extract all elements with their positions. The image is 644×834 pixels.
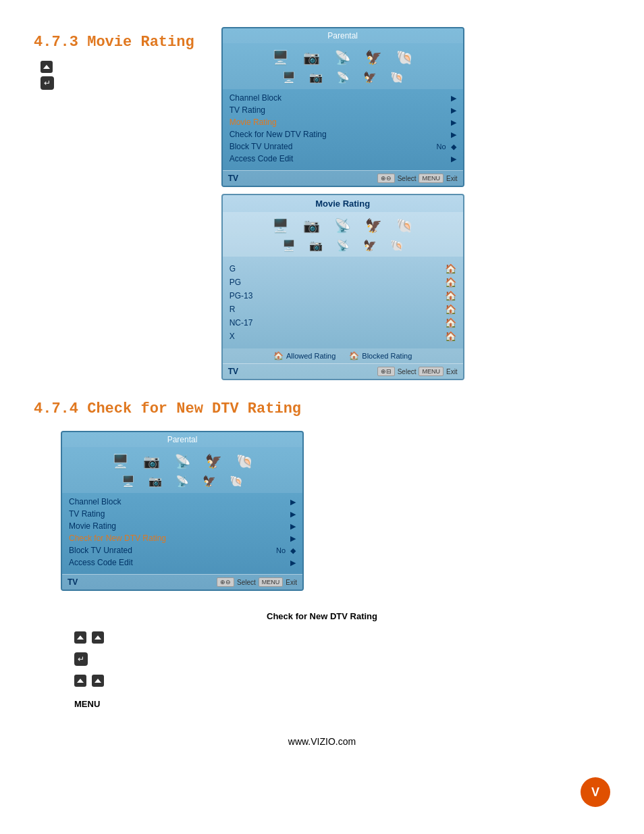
movie-ctrl-badge: ⊕⊟: [377, 367, 395, 376]
parental-panel-1: Parental 🖥️ 📷 📡 🦅 🐚 🖥️ 📷 📡 🦅: [221, 27, 464, 187]
panel1-footer: TV ⊕⊖ Select MENU Exit: [223, 170, 463, 186]
panel3-footer: TV ⊕⊖ Select MENU Exit: [62, 574, 302, 590]
check-dtv-label: Check for New DTV Rating: [34, 611, 610, 621]
rating-r-icon: 🏠: [446, 304, 456, 315]
panel1-menu: Channel Block ▶ TV Rating ▶ Movie Rating…: [223, 89, 463, 170]
movie-icon-sub-5: 🐚: [386, 237, 408, 253]
menu-item-value: No: [437, 142, 446, 151]
menu-item-label: Check for New DTV Rating: [230, 130, 327, 139]
menu-item-diamond: ◆: [451, 142, 456, 151]
icon-computer: 🖥️: [268, 47, 294, 68]
p3-menu-arrow: ▶: [290, 510, 296, 519]
movie-ratings-list: G 🏠 PG 🏠 PG-13 🏠 R 🏠: [223, 257, 463, 348]
icon-camera: 📷: [299, 47, 325, 68]
p3-icon-computer: 🖥️: [107, 451, 133, 471]
rating-x[interactable]: X 🏠: [230, 330, 456, 343]
menu-item-arrow: ▶: [451, 94, 456, 103]
p3-icon-sub-4: 🦅: [198, 473, 220, 489]
section-heading-check-dtv: 4.7.4 Check for New DTV Rating: [34, 400, 610, 417]
nav4-row1: [74, 631, 104, 644]
rating-pg-label: PG: [230, 278, 241, 287]
rating-x-icon: 🏠: [446, 331, 456, 342]
p3-menu-label: Access Code Edit: [69, 558, 133, 567]
menu-item-arrow: ▶: [451, 106, 456, 115]
p3-icon-sub-3: 📡: [171, 473, 193, 489]
icon-sub-5: 🐚: [386, 69, 408, 85]
menu-label: MENU: [74, 699, 100, 709]
menu-item-arrow: ▶: [451, 155, 456, 163]
rating-nc17[interactable]: NC-17 🏠: [230, 316, 456, 330]
p3-footer-controls: ⊕⊖ Select MENU Exit: [217, 577, 297, 587]
section-check-dtv: 4.7.4 Check for New DTV Rating: [34, 400, 610, 417]
legend-allowed: 🏠 Allowed Rating: [273, 351, 336, 361]
rating-g[interactable]: G 🏠: [230, 262, 456, 276]
p3-menu-value: No: [276, 546, 286, 554]
legend-blocked: 🏠 Blocked Rating: [349, 351, 412, 361]
panel3-container: Parental 🖥️ 📷 📡 🦅 🐚 🖥️ 📷 📡 🦅: [61, 431, 304, 591]
section-movie-rating: 4.7.3 Movie Rating Parental 🖥️ 📷 📡: [34, 27, 610, 380]
icon-sub-1: 🖥️: [278, 69, 300, 85]
rating-pg13-label: PG-13: [230, 291, 253, 301]
section4-nav: MENU: [34, 631, 610, 709]
p3-menu-label: Channel Block: [69, 497, 121, 506]
p3-icon-sub-5: 🐚: [225, 473, 247, 489]
menu-item-movie-rating[interactable]: Movie Rating ▶: [230, 116, 456, 128]
p3-menu-block-tv[interactable]: Block TV Unrated No ◆: [69, 544, 296, 556]
p3-menu-arrow: ▶: [290, 522, 296, 531]
menu-item-arrow: ▶: [451, 118, 456, 127]
movie-icon-bird: 🦅: [361, 215, 387, 236]
p3-icon-sub-1: 🖥️: [117, 473, 139, 489]
p3-icon-sub-2: 📷: [144, 473, 166, 489]
menu-item-access-code[interactable]: Access Code Edit ▶: [230, 153, 456, 165]
rating-pg13-icon: 🏠: [446, 290, 456, 301]
icon-satellite: 📡: [330, 47, 356, 68]
menu-item-label: Access Code Edit: [230, 154, 294, 163]
movie-footer-controls: ⊕⊟ Select MENU Exit: [377, 367, 458, 376]
legend-allowed-label: Allowed Rating: [286, 352, 336, 360]
movie-panel-icons: 🖥️ 📷 📡 🦅 🐚 🖥️ 📷 📡 🦅 🐚: [223, 212, 463, 257]
footer-area: www.VIZIO.com: [34, 736, 610, 747]
p3-menu-check-dtv[interactable]: Check for New DTV Rating ▶: [69, 532, 296, 544]
menu-item-label: Channel Block: [230, 93, 281, 103]
rating-r[interactable]: R 🏠: [230, 303, 456, 316]
vizio-logo: V: [581, 777, 610, 807]
p3-menu-arrow: ▶: [290, 558, 296, 567]
nav4-row2: [74, 652, 88, 666]
movie-icon-shell: 🐚: [392, 215, 418, 236]
movie-ctrl-select: Select: [398, 368, 417, 375]
rating-pg[interactable]: PG 🏠: [230, 276, 456, 289]
nav4-enter-icon: [74, 652, 88, 666]
rating-pg13[interactable]: PG-13 🏠: [230, 289, 456, 303]
section-left-movie: 4.7.3 Movie Rating: [34, 27, 194, 380]
section-panel3: Parental 🖥️ 📷 📡 🦅 🐚 🖥️ 📷 📡 🦅: [34, 431, 610, 591]
p3-menu-label: TV Rating: [69, 509, 105, 519]
panel3-icons-row-top: 🖥️ 📷 📡 🦅 🐚: [107, 451, 257, 471]
p3-menu-movie-rating[interactable]: Movie Rating ▶: [69, 520, 296, 532]
movie-icons-row-bottom: 🖥️ 📷 📡 🦅 🐚: [278, 237, 408, 253]
menu-item-block-tv[interactable]: Block TV Unrated No ◆: [230, 140, 456, 153]
menu-item-tv-rating[interactable]: TV Rating ▶: [230, 104, 456, 116]
movie-icon-computer: 🖥️: [268, 215, 294, 236]
nav4-down-icon-2: [92, 675, 104, 687]
rating-g-label: G: [230, 264, 236, 273]
icon-bird: 🦅: [361, 47, 387, 68]
menu-item-check-dtv[interactable]: Check for New DTV Rating ▶: [230, 128, 456, 140]
p3-menu-channel-block[interactable]: Channel Block ▶: [69, 496, 296, 508]
icons-row-top-1: 🖥️ 📷 📡 🦅 🐚: [268, 47, 418, 68]
icon-sub-2: 📷: [305, 69, 327, 85]
p3-menu-access-code[interactable]: Access Code Edit ▶: [69, 556, 296, 569]
rating-pg-icon: 🏠: [446, 277, 456, 288]
p3-menu-label: Check for New DTV Rating: [69, 533, 166, 543]
movie-panel-footer: TV ⊕⊟ Select MENU Exit: [223, 363, 463, 379]
p3-icon-shell: 🐚: [232, 451, 257, 471]
icon-sub-3: 📡: [332, 69, 354, 85]
p3-menu-tv-rating[interactable]: TV Rating ▶: [69, 508, 296, 520]
check-dtv-description: Check for New DTV Rating MENU: [34, 611, 610, 709]
movie-panel-header: Movie Rating: [223, 195, 463, 212]
nav4-up-icon-2: [92, 631, 104, 644]
panel3-icons-row-bottom: 🖥️ 📷 📡 🦅 🐚: [117, 473, 247, 489]
p3-menu-diamond: ◆: [290, 546, 296, 555]
legend-allowed-icon: 🏠: [273, 351, 284, 361]
movie-ctrl-exit: Exit: [446, 368, 458, 375]
menu-item-channel-block[interactable]: Channel Block ▶: [230, 92, 456, 104]
